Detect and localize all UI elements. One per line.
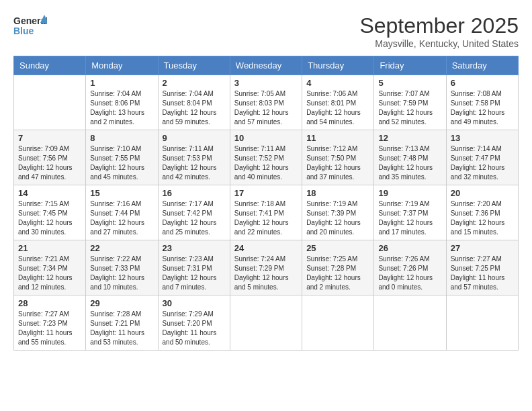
day-info: Sunrise: 7:06 AMSunset: 8:01 PMDaylight:…	[306, 89, 369, 127]
calendar-cell: 22Sunrise: 7:22 AMSunset: 7:33 PMDayligh…	[86, 240, 158, 295]
day-info: Sunrise: 7:14 AMSunset: 7:47 PMDaylight:…	[451, 144, 514, 182]
calendar-cell: 7Sunrise: 7:09 AMSunset: 7:56 PMDaylight…	[14, 130, 86, 185]
day-number: 14	[18, 188, 81, 198]
day-info: Sunrise: 7:29 AMSunset: 7:20 PMDaylight:…	[163, 310, 226, 347]
day-info: Sunrise: 7:17 AMSunset: 7:42 PMDaylight:…	[163, 199, 226, 237]
calendar-cell: 19Sunrise: 7:19 AMSunset: 7:37 PMDayligh…	[374, 185, 446, 240]
calendar-cell	[302, 295, 374, 351]
calendar-cell: 27Sunrise: 7:27 AMSunset: 7:25 PMDayligh…	[446, 240, 518, 295]
day-number: 6	[451, 78, 514, 88]
month-title: September 2025	[359, 13, 519, 38]
calendar-cell: 10Sunrise: 7:11 AMSunset: 7:52 PMDayligh…	[230, 130, 302, 185]
logo-svg: General Blue	[13, 13, 47, 40]
calendar-cell	[374, 295, 446, 351]
day-info: Sunrise: 7:19 AMSunset: 7:37 PMDaylight:…	[378, 199, 441, 237]
calendar-week-row: 14Sunrise: 7:15 AMSunset: 7:45 PMDayligh…	[14, 185, 519, 240]
calendar-cell: 16Sunrise: 7:17 AMSunset: 7:42 PMDayligh…	[158, 185, 230, 240]
calendar-week-row: 1Sunrise: 7:04 AMSunset: 8:06 PMDaylight…	[14, 75, 519, 130]
weekday-header: Tuesday	[158, 56, 230, 75]
header-row: SundayMondayTuesdayWednesdayThursdayFrid…	[14, 56, 519, 75]
calendar-cell: 30Sunrise: 7:29 AMSunset: 7:20 PMDayligh…	[158, 295, 230, 351]
page-header: General Blue September 2025 Maysville, K…	[13, 13, 519, 49]
day-info: Sunrise: 7:18 AMSunset: 7:41 PMDaylight:…	[234, 199, 298, 237]
day-info: Sunrise: 7:11 AMSunset: 7:53 PMDaylight:…	[163, 144, 226, 182]
day-number: 1	[90, 78, 153, 88]
logo: General Blue	[13, 13, 47, 40]
calendar-cell: 14Sunrise: 7:15 AMSunset: 7:45 PMDayligh…	[14, 185, 86, 240]
calendar-week-row: 28Sunrise: 7:27 AMSunset: 7:23 PMDayligh…	[14, 295, 519, 351]
day-number: 17	[234, 188, 298, 198]
calendar-cell: 3Sunrise: 7:05 AMSunset: 8:03 PMDaylight…	[230, 75, 302, 130]
day-info: Sunrise: 7:21 AMSunset: 7:34 PMDaylight:…	[18, 255, 81, 292]
calendar-cell: 21Sunrise: 7:21 AMSunset: 7:34 PMDayligh…	[14, 240, 86, 295]
day-info: Sunrise: 7:27 AMSunset: 7:23 PMDaylight:…	[18, 310, 81, 347]
calendar-cell: 4Sunrise: 7:06 AMSunset: 8:01 PMDaylight…	[302, 75, 374, 130]
day-info: Sunrise: 7:09 AMSunset: 7:56 PMDaylight:…	[18, 144, 81, 182]
calendar-cell: 2Sunrise: 7:04 AMSunset: 8:04 PMDaylight…	[158, 75, 230, 130]
day-info: Sunrise: 7:12 AMSunset: 7:50 PMDaylight:…	[306, 144, 369, 182]
day-number: 7	[18, 133, 81, 143]
calendar-week-row: 7Sunrise: 7:09 AMSunset: 7:56 PMDaylight…	[14, 130, 519, 185]
day-info: Sunrise: 7:13 AMSunset: 7:48 PMDaylight:…	[378, 144, 441, 182]
day-info: Sunrise: 7:27 AMSunset: 7:25 PMDaylight:…	[451, 255, 514, 292]
day-info: Sunrise: 7:15 AMSunset: 7:45 PMDaylight:…	[18, 199, 81, 237]
day-number: 16	[163, 188, 226, 198]
calendar-cell: 24Sunrise: 7:24 AMSunset: 7:29 PMDayligh…	[230, 240, 302, 295]
day-number: 2	[163, 78, 226, 88]
day-number: 30	[163, 298, 226, 308]
day-info: Sunrise: 7:26 AMSunset: 7:26 PMDaylight:…	[378, 255, 441, 292]
calendar-cell: 29Sunrise: 7:28 AMSunset: 7:21 PMDayligh…	[86, 295, 158, 351]
day-number: 12	[378, 133, 441, 143]
calendar-cell: 12Sunrise: 7:13 AMSunset: 7:48 PMDayligh…	[374, 130, 446, 185]
day-info: Sunrise: 7:05 AMSunset: 8:03 PMDaylight:…	[234, 89, 298, 127]
day-info: Sunrise: 7:04 AMSunset: 8:06 PMDaylight:…	[90, 89, 153, 127]
day-number: 11	[306, 133, 369, 143]
calendar-week-row: 21Sunrise: 7:21 AMSunset: 7:34 PMDayligh…	[14, 240, 519, 295]
weekday-header: Friday	[374, 56, 446, 75]
calendar-cell: 8Sunrise: 7:10 AMSunset: 7:55 PMDaylight…	[86, 130, 158, 185]
day-info: Sunrise: 7:28 AMSunset: 7:21 PMDaylight:…	[90, 310, 153, 347]
day-number: 21	[18, 243, 81, 253]
weekday-header: Wednesday	[230, 56, 302, 75]
day-number: 25	[306, 243, 369, 253]
day-info: Sunrise: 7:07 AMSunset: 7:59 PMDaylight:…	[378, 89, 441, 127]
day-info: Sunrise: 7:23 AMSunset: 7:31 PMDaylight:…	[163, 255, 226, 292]
weekday-header: Monday	[86, 56, 158, 75]
calendar-cell: 11Sunrise: 7:12 AMSunset: 7:50 PMDayligh…	[302, 130, 374, 185]
calendar-cell: 26Sunrise: 7:26 AMSunset: 7:26 PMDayligh…	[374, 240, 446, 295]
day-info: Sunrise: 7:04 AMSunset: 8:04 PMDaylight:…	[163, 89, 226, 127]
day-number: 8	[90, 133, 153, 143]
day-info: Sunrise: 7:22 AMSunset: 7:33 PMDaylight:…	[90, 255, 153, 292]
day-number: 15	[90, 188, 153, 198]
svg-text:Blue: Blue	[13, 26, 34, 36]
weekday-header: Thursday	[302, 56, 374, 75]
calendar-cell: 28Sunrise: 7:27 AMSunset: 7:23 PMDayligh…	[14, 295, 86, 351]
calendar-cell: 25Sunrise: 7:25 AMSunset: 7:28 PMDayligh…	[302, 240, 374, 295]
day-number: 20	[451, 188, 514, 198]
title-block: September 2025 Maysville, Kentucky, Unit…	[359, 13, 519, 49]
weekday-header: Sunday	[14, 56, 86, 75]
location: Maysville, Kentucky, United States	[359, 38, 519, 49]
calendar-cell: 15Sunrise: 7:16 AMSunset: 7:44 PMDayligh…	[86, 185, 158, 240]
calendar-cell	[230, 295, 302, 351]
calendar-cell: 18Sunrise: 7:19 AMSunset: 7:39 PMDayligh…	[302, 185, 374, 240]
calendar-cell: 6Sunrise: 7:08 AMSunset: 7:58 PMDaylight…	[446, 75, 518, 130]
day-number: 19	[378, 188, 441, 198]
calendar-cell: 13Sunrise: 7:14 AMSunset: 7:47 PMDayligh…	[446, 130, 518, 185]
day-number: 23	[163, 243, 226, 253]
calendar-cell: 20Sunrise: 7:20 AMSunset: 7:36 PMDayligh…	[446, 185, 518, 240]
calendar-cell: 1Sunrise: 7:04 AMSunset: 8:06 PMDaylight…	[86, 75, 158, 130]
weekday-header: Saturday	[446, 56, 518, 75]
day-info: Sunrise: 7:24 AMSunset: 7:29 PMDaylight:…	[234, 255, 298, 292]
day-number: 13	[451, 133, 514, 143]
day-number: 9	[163, 133, 226, 143]
day-number: 5	[378, 78, 441, 88]
day-number: 4	[306, 78, 369, 88]
day-number: 29	[90, 298, 153, 308]
day-info: Sunrise: 7:10 AMSunset: 7:55 PMDaylight:…	[90, 144, 153, 182]
day-number: 18	[306, 188, 369, 198]
calendar-table: SundayMondayTuesdayWednesdayThursdayFrid…	[13, 56, 519, 351]
day-info: Sunrise: 7:20 AMSunset: 7:36 PMDaylight:…	[451, 199, 514, 237]
calendar-cell: 9Sunrise: 7:11 AMSunset: 7:53 PMDaylight…	[158, 130, 230, 185]
day-number: 10	[234, 133, 298, 143]
